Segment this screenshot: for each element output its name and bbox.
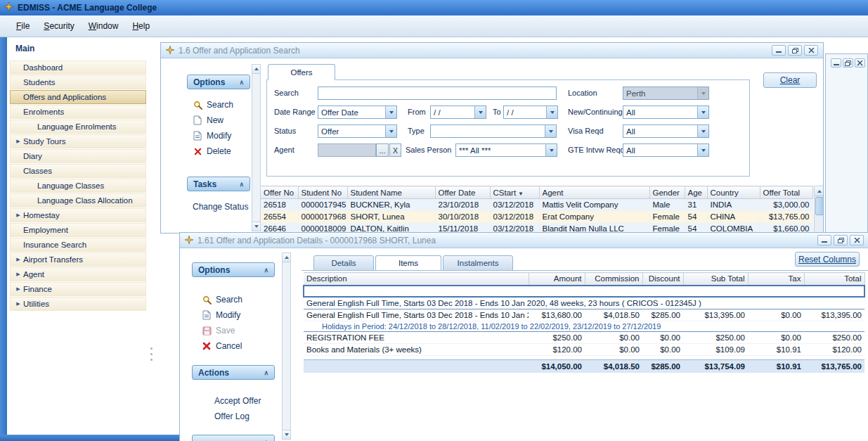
column-header-offer-total[interactable]: Offer Total bbox=[760, 186, 812, 199]
gte-intvw-reqd-select[interactable]: All bbox=[623, 143, 709, 157]
column-header-student-name[interactable]: Student Name bbox=[347, 186, 435, 199]
sales-person-select[interactable]: *** All *** bbox=[455, 143, 557, 157]
type-select[interactable] bbox=[430, 124, 557, 138]
details-panel-scrollbar[interactable] bbox=[282, 253, 291, 440]
column-header-age[interactable]: Age bbox=[685, 186, 707, 199]
scroll-down-icon[interactable] bbox=[283, 430, 290, 439]
tab-instalments[interactable]: Instalments bbox=[443, 255, 513, 271]
scroll-up-icon[interactable] bbox=[815, 186, 824, 196]
column-header-student-no[interactable]: Student No bbox=[298, 186, 347, 199]
close-button[interactable] bbox=[804, 45, 818, 56]
items-row[interactable]: REGISTRATION FEE$250.00$0.00$0.00$250.00… bbox=[304, 332, 864, 344]
delete-item[interactable]: Delete bbox=[193, 146, 250, 157]
partial-panel-header[interactable]: ∧ bbox=[192, 435, 275, 441]
scroll-up-icon[interactable] bbox=[252, 65, 260, 74]
results-row[interactable]: 265180000017945BUCKNER, Kyla23/10/201803… bbox=[261, 199, 812, 211]
sidebar-item-dashboard[interactable]: Dashboard bbox=[10, 60, 146, 75]
agent-browse-button[interactable]: ... bbox=[376, 143, 389, 157]
column-header-gender[interactable]: Gender bbox=[649, 186, 685, 199]
actions-panel-header[interactable]: Actions ∧ bbox=[192, 365, 275, 380]
tab-details[interactable]: Details bbox=[313, 255, 374, 271]
maximize-button[interactable] bbox=[788, 45, 802, 56]
status-select[interactable]: Offer bbox=[318, 124, 397, 138]
column-header-commission[interactable]: Commission bbox=[585, 273, 642, 286]
sidebar-item-homestay[interactable]: ▶Homestay bbox=[10, 208, 146, 222]
agent-clear-button[interactable]: X bbox=[389, 143, 401, 157]
offer-details-titlebar[interactable]: 1.61 Offer and Application Details - 000… bbox=[180, 233, 868, 248]
tasks-panel-header[interactable]: Tasks ∧ bbox=[187, 177, 250, 191]
sidebar-item-employment[interactable]: Employment bbox=[10, 223, 146, 237]
sidebar-item-study-tours[interactable]: ▶Study Tours bbox=[10, 134, 146, 148]
menu-item-file[interactable]: File bbox=[10, 19, 36, 33]
sidebar-item-agent[interactable]: ▶Agent bbox=[10, 267, 146, 281]
sidebar-item-finance[interactable]: ▶Finance bbox=[10, 282, 146, 296]
options-panel-header[interactable]: Options ∧ bbox=[192, 262, 275, 277]
sidebar-item-utilities[interactable]: ▶Utilities bbox=[10, 297, 146, 311]
column-header-cstart[interactable]: CStart▼ bbox=[490, 186, 539, 199]
clear-button[interactable]: Clear bbox=[763, 72, 817, 88]
new-continuing-select[interactable]: All bbox=[623, 106, 709, 119]
sidebar-item-offers-and-applications[interactable]: Offers and Applications bbox=[10, 90, 146, 104]
modify-item[interactable]: Modify bbox=[193, 130, 250, 141]
application-titlebar[interactable]: EDMISS - ACME Language College bbox=[0, 0, 868, 15]
new-item-row[interactable] bbox=[304, 286, 864, 297]
column-header-discount[interactable]: Discount bbox=[642, 273, 683, 286]
results-row[interactable]: 265540000017968SHORT, Lunea30/10/201803/… bbox=[261, 211, 812, 223]
sidebar-item-language-class-allocation[interactable]: Language Class Allocation bbox=[10, 193, 146, 207]
search-item[interactable]: Search bbox=[193, 99, 250, 110]
column-header-offer-no[interactable]: Offer No bbox=[261, 186, 298, 199]
close-button[interactable] bbox=[855, 58, 865, 68]
column-header-country[interactable]: Country bbox=[707, 186, 760, 199]
reset-columns-button[interactable]: Reset Columns bbox=[795, 252, 860, 267]
location-select[interactable]: Perth bbox=[623, 87, 709, 100]
items-row[interactable]: General English Full Time, Starts 03 Dec… bbox=[304, 309, 864, 321]
agent-input[interactable] bbox=[318, 143, 376, 157]
minimize-button[interactable] bbox=[831, 58, 841, 68]
menu-item-window[interactable]: Window bbox=[82, 19, 125, 33]
modify-item[interactable]: Modify bbox=[202, 309, 275, 321]
column-header-description[interactable]: Description bbox=[304, 273, 529, 286]
date-range-select[interactable]: Offer Date bbox=[318, 106, 397, 119]
scroll-up-icon[interactable] bbox=[283, 253, 290, 262]
column-header-offer-date[interactable]: Offer Date bbox=[435, 186, 490, 199]
search-input[interactable] bbox=[318, 87, 557, 100]
splitter-grip[interactable] bbox=[149, 347, 153, 361]
accept-offer-item[interactable]: Accept Offer bbox=[214, 395, 275, 407]
menu-item-help[interactable]: Help bbox=[126, 19, 156, 33]
sidebar-item-language-classes[interactable]: Language Classes bbox=[10, 179, 146, 193]
search-item[interactable]: Search bbox=[202, 294, 275, 305]
sidebar-item-diary[interactable]: Diary bbox=[10, 149, 146, 163]
new-item[interactable]: New bbox=[193, 115, 250, 126]
minimize-button[interactable] bbox=[772, 45, 786, 56]
tab-items[interactable]: Items bbox=[375, 255, 441, 271]
to-date-input[interactable]: / / bbox=[503, 106, 558, 119]
sidebar-item-airport-transfers[interactable]: ▶Airport Transfers bbox=[10, 253, 146, 267]
column-header-total[interactable]: Total bbox=[804, 273, 864, 286]
items-row[interactable]: Books and Materials (3+ weeks)$120.00$0.… bbox=[304, 344, 864, 356]
results-scrollbar[interactable] bbox=[814, 186, 824, 234]
save-item[interactable]: Save bbox=[202, 325, 275, 336]
close-button[interactable] bbox=[850, 235, 864, 245]
offer-log-item[interactable]: Offer Log bbox=[214, 411, 275, 422]
cancel-item[interactable]: Cancel bbox=[202, 340, 275, 352]
sidebar-item-enrolments[interactable]: Enrolments bbox=[10, 105, 146, 119]
column-header-agent[interactable]: Agent bbox=[539, 186, 649, 199]
scrollbar-thumb[interactable] bbox=[815, 197, 824, 215]
minimize-button[interactable] bbox=[817, 235, 831, 245]
search-panel-scrollbar[interactable] bbox=[252, 64, 261, 231]
column-header-sub-total[interactable]: Sub Total bbox=[683, 273, 748, 286]
scroll-down-icon[interactable] bbox=[252, 222, 260, 231]
sidebar-item-insurance-search[interactable]: Insurance Search bbox=[10, 238, 146, 252]
maximize-button[interactable] bbox=[834, 235, 848, 245]
from-date-input[interactable]: / / bbox=[430, 106, 486, 119]
maximize-button[interactable] bbox=[843, 58, 853, 68]
sidebar-item-students[interactable]: Students bbox=[10, 75, 146, 89]
visa-reqd-select[interactable]: All bbox=[623, 124, 709, 138]
options-panel-header[interactable]: Options ∧ bbox=[187, 75, 250, 89]
sidebar-item-language-enrolments[interactable]: Language Enrolments bbox=[10, 120, 146, 134]
column-header-amount[interactable]: Amount bbox=[529, 273, 585, 286]
offer-search-titlebar[interactable]: 1.6 Offer and Application Search bbox=[161, 43, 823, 58]
tab-offers[interactable]: Offers bbox=[268, 64, 335, 80]
menu-item-security[interactable]: Security bbox=[37, 19, 80, 33]
change-status-item[interactable]: Change Status bbox=[193, 201, 250, 212]
